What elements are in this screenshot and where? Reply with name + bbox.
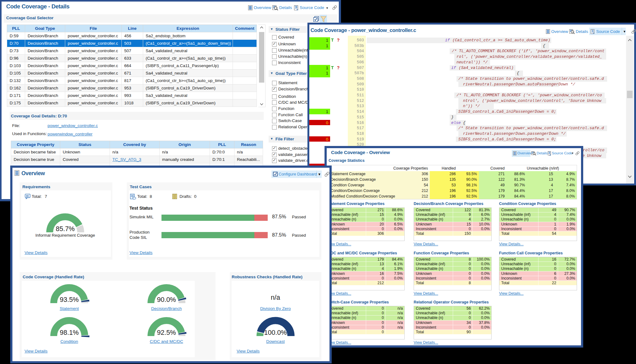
svg-text:93.5%: 93.5% [60,296,79,303]
svg-text:.c: .c [549,154,551,156]
svg-text:90.0%: 90.0% [157,296,176,303]
svg-text:100.0%: 100.0% [264,329,287,336]
svg-text:.c: .c [296,8,298,11]
svg-text:98.1%: 98.1% [60,329,79,336]
svg-text:.c: .c [592,32,594,34]
svg-text:92.5%: 92.5% [157,329,176,336]
svg-text:85.7%: 85.7% [56,225,75,233]
